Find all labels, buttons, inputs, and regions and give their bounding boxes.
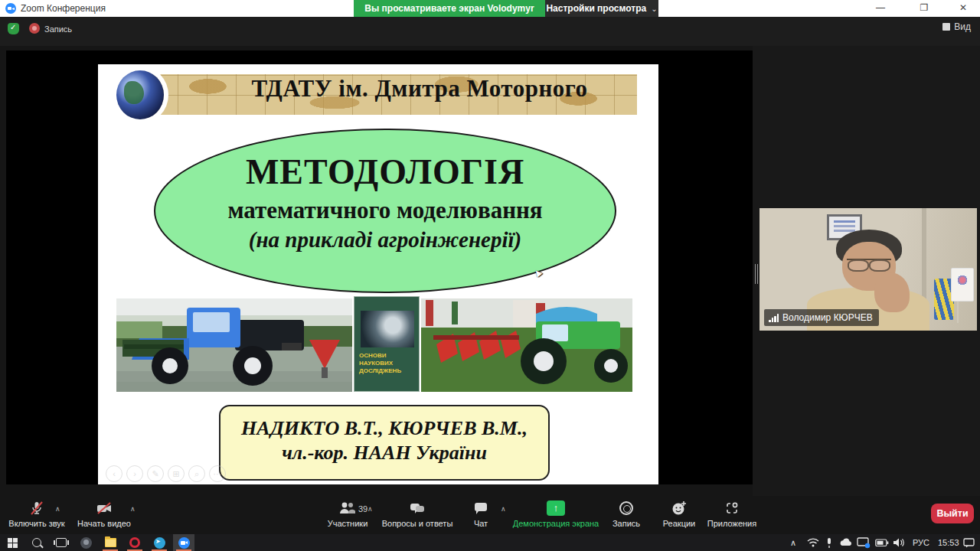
record-icon: [619, 501, 633, 515]
participants-options-chevron[interactable]: ∧: [368, 505, 373, 513]
tray-expand-chevron[interactable]: ∧: [790, 534, 796, 551]
apps-button[interactable]: Приложения: [704, 499, 760, 528]
presenter-zoom-button[interactable]: ⌕: [188, 465, 205, 482]
authors-line-1: НАДИКТО В.Т., КЮРЧЕВ В.М.,: [220, 417, 548, 440]
video-options-chevron[interactable]: ∧: [130, 505, 136, 513]
task-view-icon: [56, 538, 67, 547]
taskbar-zoom[interactable]: [173, 534, 194, 551]
authors-box: НАДИКТО В.Т., КЮРЧЕВ В.М., чл.-кор. НААН…: [219, 405, 550, 481]
blue-tractor-photo: [116, 298, 352, 392]
view-settings-label: Настройки просмотра: [546, 3, 646, 14]
view-layout-icon: [942, 23, 950, 31]
qa-button[interactable]: Вопросы и ответы: [379, 499, 456, 528]
video-strip-panel: Володимир КЮРЧЕВ: [753, 46, 980, 496]
slide-header-text: ТДАТУ ім. Дмитра Моторного: [190, 75, 649, 103]
connection-signal-icon: [769, 314, 779, 322]
green-tractor-photo: [421, 298, 632, 392]
taskbar-opera[interactable]: [124, 534, 145, 551]
authors-line-2: чл.-кор. НААН України: [220, 442, 548, 465]
apps-icon: [724, 499, 740, 517]
notification-center-icon[interactable]: [963, 534, 975, 551]
battery-icon[interactable]: [875, 534, 889, 551]
tray-mic-icon[interactable]: [825, 534, 833, 551]
presenter-next-button[interactable]: ›: [126, 465, 143, 482]
share-screen-icon: ↑: [547, 500, 565, 516]
qa-icon: [408, 499, 426, 517]
wifi-icon[interactable]: [807, 534, 819, 551]
presenter-slides-button[interactable]: ⊞: [168, 465, 185, 482]
close-button[interactable]: ✕: [946, 0, 980, 17]
presenter-prev-button[interactable]: ‹: [106, 465, 122, 482]
chat-icon: [472, 499, 489, 517]
chat-button[interactable]: Чат: [464, 499, 498, 528]
presenter-more-button[interactable]: ⋯: [209, 465, 226, 482]
globe-icon: [116, 70, 164, 119]
participant-name-tag: Володимир КЮРЧЕВ: [764, 309, 879, 326]
record-button[interactable]: Запись: [609, 499, 644, 528]
zoom-toolbar: Включить звук ∧ Начать видео ∧: [0, 496, 980, 534]
windows-logo-icon: [8, 538, 18, 548]
volume-icon[interactable]: [893, 534, 906, 551]
participants-count: 39: [358, 504, 368, 514]
reactions-button[interactable]: Реакции: [660, 499, 698, 528]
white-flag: [951, 268, 974, 302]
opera-icon: [129, 537, 140, 548]
slide-subtitle-2: (на прикладі агроінженерії): [155, 227, 615, 253]
slide-title-ellipse: МЕТОДОЛОГІЯ математичного моделювання (н…: [154, 129, 616, 293]
viewing-screen-notification: Вы просматриваете экран Volodymyr Nadykt…: [354, 0, 545, 17]
zoom-taskbar-icon: [178, 537, 190, 549]
panel-resize-handle[interactable]: [755, 264, 758, 284]
zoom-app-icon: [5, 3, 16, 14]
start-video-button[interactable]: Начать видео: [75, 499, 133, 528]
slide-subtitle: математичного моделювання: [155, 197, 615, 224]
chevron-down-icon: ⌄: [651, 5, 657, 13]
participant-video-tile[interactable]: Володимир КЮРЧЕВ: [760, 208, 977, 331]
flag-pole: [957, 300, 959, 323]
view-settings-dropdown[interactable]: Настройки просмотра⌄: [545, 0, 658, 17]
slide-title: МЕТОДОЛОГІЯ: [155, 152, 615, 192]
shared-screen-area: Володимир КЮРЧЕВ ТДАТУ ім. Дмитра Моторн…: [0, 46, 980, 496]
unmute-button[interactable]: Включить звук: [6, 499, 67, 528]
video-off-icon: [95, 499, 113, 517]
taskbar-search-button[interactable]: [26, 534, 47, 551]
task-view-button[interactable]: [51, 534, 72, 551]
book-cover-picture: [361, 311, 414, 347]
window-titlebar: Zoom Конференция Вы просматриваете экран…: [0, 0, 980, 17]
mute-options-chevron[interactable]: ∧: [55, 505, 60, 513]
book-cover-image: ОСНОВИ НАУКОВИХ ДОСЛІДЖЕНЬ: [354, 296, 420, 392]
participants-icon: [338, 499, 358, 517]
participant-glasses: [847, 259, 891, 269]
screen-share-tray-icon[interactable]: [857, 534, 871, 551]
file-explorer-icon: [105, 538, 116, 547]
participants-button[interactable]: Участники: [318, 499, 377, 528]
app-circle-icon: [80, 537, 92, 549]
reactions-icon: [671, 499, 688, 517]
view-button[interactable]: Вид: [942, 21, 971, 32]
presentation-slide: ТДАТУ ім. Дмитра Моторного МЕТОДОЛОГІЯ м…: [98, 64, 658, 484]
restore-button[interactable]: ❐: [907, 0, 941, 17]
windows-taskbar: ∧: [0, 534, 980, 551]
slide-image-row: ОСНОВИ НАУКОВИХ ДОСЛІДЖЕНЬ: [98, 298, 658, 392]
start-button[interactable]: [2, 534, 23, 551]
presentation-background: ТДАТУ ім. Дмитра Моторного МЕТОДОЛОГІЯ м…: [6, 51, 753, 484]
zoom-app-window: Zoom Конференция Вы просматриваете экран…: [0, 0, 980, 551]
taskbar-file-explorer[interactable]: [100, 534, 121, 551]
muted-mic-icon: [28, 499, 45, 517]
minimize-button[interactable]: —: [864, 0, 897, 17]
book-title: ОСНОВИ НАУКОВИХ ДОСЛІДЖЕНЬ: [359, 352, 416, 375]
search-icon: [32, 538, 41, 547]
presenter-pen-button[interactable]: ✎: [147, 465, 164, 482]
chat-options-chevron[interactable]: ∧: [501, 505, 506, 513]
onedrive-icon[interactable]: [839, 534, 853, 551]
share-screen-button[interactable]: ↑ Демонстрация экрана: [510, 499, 602, 528]
window-title: Zoom Конференция: [21, 3, 106, 14]
taskbar-telegram[interactable]: [149, 534, 170, 551]
taskbar-app-people[interactable]: [75, 534, 96, 551]
clock[interactable]: 15:53: [938, 534, 959, 551]
recording-indicator-label: Запись: [44, 24, 72, 34]
leave-button[interactable]: Выйти: [931, 504, 974, 523]
participant-name: Володимир КЮРЧЕВ: [782, 312, 873, 323]
telegram-icon: [154, 537, 165, 549]
meeting-security-icon[interactable]: [8, 23, 19, 34]
language-indicator[interactable]: РУС: [913, 534, 929, 551]
